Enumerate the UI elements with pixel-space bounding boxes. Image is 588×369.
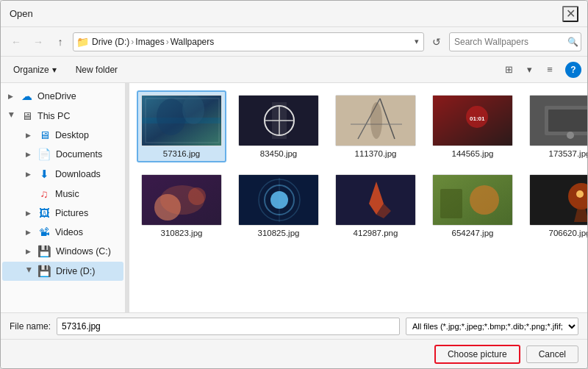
organize-dropdown-icon: ▾ xyxy=(52,65,57,75)
view-grid-button[interactable]: ⊞ xyxy=(499,60,518,79)
file-thumb-83450 xyxy=(238,95,319,146)
file-name-111370: 111370.jpg xyxy=(355,149,397,158)
sidebar-item-documents[interactable]: ▶ 📄 Documents xyxy=(2,145,123,164)
documents-icon: 📄 xyxy=(37,148,51,161)
sidebar-item-videos[interactable]: ▶ 📽 Videos xyxy=(2,223,123,241)
file-item-310825[interactable]: 310825.jpg xyxy=(234,170,323,242)
view-list-button[interactable]: ≡ xyxy=(540,60,559,79)
sidebar-label-videos: Videos xyxy=(55,227,83,237)
file-name-310823: 310823.jpg xyxy=(161,229,203,237)
sidebar-item-downloads[interactable]: ▶ ⬇ Downloads xyxy=(2,165,123,184)
svg-point-3 xyxy=(157,98,186,135)
chevron-desktop: ▶ xyxy=(26,132,33,139)
file-item-412987[interactable]: 412987.png xyxy=(331,170,420,242)
address-part-drive: Drive (D:) xyxy=(92,37,129,47)
chevron-documents: ▶ xyxy=(26,151,33,158)
file-thumb-310825 xyxy=(238,174,319,226)
view-dropdown-button[interactable]: ▾ xyxy=(520,60,539,79)
file-name-173537: 173537.jpg xyxy=(549,149,587,158)
svg-text:01:01: 01:01 xyxy=(470,115,485,122)
chevron-videos: ▶ xyxy=(26,229,33,236)
sidebar-item-onedrive[interactable]: ▶ ☁ OneDrive xyxy=(2,87,123,106)
file-item-144565[interactable]: 01:01 144565.jpg xyxy=(428,90,517,162)
file-grid: 57316.jpg 83450.jpg xyxy=(137,90,580,242)
sidebar-item-desktop[interactable]: ▶ 🖥 Desktop xyxy=(2,126,123,144)
file-thumb-144565: 01:01 xyxy=(432,95,513,146)
view-buttons: ⊞ ▾ ≡ xyxy=(499,60,559,79)
file-name-654247: 654247.jpg xyxy=(452,229,494,237)
file-thumb-173537 xyxy=(529,95,587,146)
sidebar-label-pictures: Pictures xyxy=(55,208,88,218)
sidebar-label-windows-c: Windows (C:) xyxy=(56,246,111,257)
title-bar: Open ✕ xyxy=(1,1,587,27)
filename-input[interactable] xyxy=(57,318,400,335)
file-item-173537[interactable]: 173537.jpg xyxy=(525,90,587,162)
up-button[interactable]: ↑ xyxy=(51,32,70,51)
open-dialog: Open ✕ ← → ↑ 📁 Drive (D:) › Images › Wal… xyxy=(0,0,588,369)
sidebar: ▶ ☁ OneDrive ▶ 🖥 This PC ▶ 🖥 Desktop ▶ 📄… xyxy=(1,83,126,312)
file-area: 57316.jpg 83450.jpg xyxy=(129,83,587,312)
desktop-icon: 🖥 xyxy=(37,129,51,141)
videos-icon: 📽 xyxy=(37,226,51,238)
sidebar-item-windows-c[interactable]: ▶ 💾 Windows (C:) xyxy=(2,242,123,261)
sidebar-label-music: Music xyxy=(55,189,79,199)
dialog-title: Open xyxy=(10,8,33,19)
address-sep-2: › xyxy=(166,37,169,47)
svg-point-4 xyxy=(182,95,204,124)
sidebar-label-desktop: Desktop xyxy=(55,130,89,140)
new-folder-button[interactable]: New folder xyxy=(69,62,124,78)
svg-rect-20 xyxy=(548,110,587,132)
cancel-button[interactable]: Cancel xyxy=(526,345,578,363)
file-item-111370[interactable]: 111370.jpg xyxy=(331,90,420,162)
close-button[interactable]: ✕ xyxy=(562,6,578,22)
address-bar[interactable]: 📁 Drive (D:) › Images › Wallpapers ▾ xyxy=(73,32,424,51)
address-part-images: Images xyxy=(135,37,164,47)
sidebar-item-music[interactable]: ▶ ♫ Music xyxy=(2,184,123,203)
chevron-winc: ▶ xyxy=(26,248,33,255)
main-content: ▶ ☁ OneDrive ▶ 🖥 This PC ▶ 🖥 Desktop ▶ 📄… xyxy=(1,83,587,312)
file-item-706620[interactable]: 706620.jpg xyxy=(525,170,587,242)
search-input[interactable] xyxy=(454,37,564,47)
file-item-310823[interactable]: 310823.jpg xyxy=(137,170,226,242)
music-icon: ♫ xyxy=(37,187,51,200)
filetype-select[interactable]: All files (*.jpg;*.jpeg;*.bmp;*.dib;*.pn… xyxy=(406,318,578,335)
bottom-bar: File name: All files (*.jpg;*.jpeg;*.bmp… xyxy=(1,312,587,339)
sidebar-item-pictures[interactable]: ▶ 🖼 Pictures xyxy=(2,204,123,222)
chevron-onedrive: ▶ xyxy=(8,93,15,100)
pictures-icon: 🖼 xyxy=(37,207,51,219)
file-name-310825: 310825.jpg xyxy=(258,229,300,237)
chevron-drived: ▶ xyxy=(26,268,33,275)
file-name-706620: 706620.jpg xyxy=(549,229,587,237)
address-dropdown-icon[interactable]: ▾ xyxy=(413,37,420,46)
sidebar-item-thispc[interactable]: ▶ 🖥 This PC xyxy=(2,107,123,125)
help-button[interactable]: ? xyxy=(565,62,581,78)
action-bar: Choose picture Cancel xyxy=(1,339,587,368)
search-icon: 🔍 xyxy=(567,37,578,47)
file-name-57316: 57316.jpg xyxy=(163,149,201,158)
svg-point-35 xyxy=(470,185,499,215)
file-item-57316[interactable]: 57316.jpg xyxy=(137,90,226,162)
svg-point-14 xyxy=(370,102,382,139)
file-item-83450[interactable]: 83450.jpg xyxy=(234,90,323,162)
filename-label: File name: xyxy=(10,321,51,332)
file-name-144565: 144565.jpg xyxy=(452,149,494,158)
file-thumb-111370 xyxy=(335,95,416,146)
search-bar: 🔍 xyxy=(449,32,581,51)
chevron-pictures: ▶ xyxy=(26,209,33,217)
file-thumb-706620 xyxy=(529,174,587,226)
sidebar-item-drive-d[interactable]: ▶ 💾 Drive (D:) xyxy=(2,262,123,281)
back-button[interactable]: ← xyxy=(7,32,26,51)
sidebar-label-downloads: Downloads xyxy=(55,169,101,179)
file-thumb-57316 xyxy=(141,95,222,146)
svg-point-25 xyxy=(160,185,204,215)
file-item-654247[interactable]: 654247.jpg xyxy=(428,170,517,242)
refresh-button[interactable]: ↺ xyxy=(427,32,446,51)
choose-picture-button[interactable]: Choose picture xyxy=(434,345,520,364)
address-part-wallpapers: Wallpapers xyxy=(171,37,215,47)
sidebar-label-onedrive: OneDrive xyxy=(37,91,76,101)
file-thumb-310823 xyxy=(141,174,222,226)
forward-button[interactable]: → xyxy=(29,32,48,51)
chevron-downloads: ▶ xyxy=(26,171,33,178)
file-thumb-654247 xyxy=(432,174,513,226)
organize-button[interactable]: Organize ▾ xyxy=(7,62,63,78)
